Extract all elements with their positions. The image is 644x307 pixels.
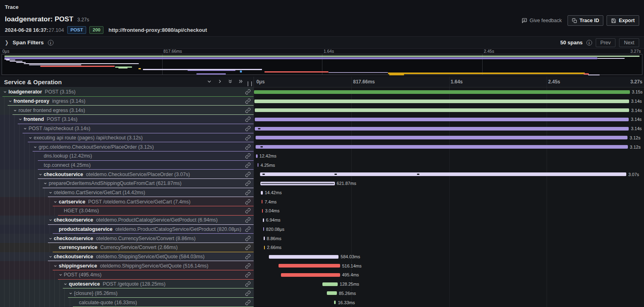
span-timeline-cell[interactable]: 584.03ms <box>254 252 644 261</box>
chevron-down-icon[interactable] <box>3 90 7 94</box>
trace-minimap[interactable]: 0μs817.66ms1.64s2.45s3.27s <box>0 49 644 76</box>
span-timeline-cell[interactable]: 3.07s <box>254 170 644 179</box>
chevron-down-icon[interactable] <box>19 118 22 121</box>
span-name-cell[interactable]: prepareOrderItemsAndShippingQuoteFromCar… <box>0 179 254 188</box>
span-row[interactable]: router frontend egress (3.14s)3.14s <box>0 106 644 115</box>
span-row[interactable]: frontend-proxyingress (3.14s)3.14s <box>0 97 644 106</box>
chevron-down-icon[interactable] <box>49 255 52 259</box>
span-name-cell[interactable]: frontend-proxyingress (3.14s) <box>0 97 254 106</box>
span-name-cell[interactable]: checkoutserviceoteldemo.ShippingService/… <box>0 252 254 261</box>
chevron-down-icon[interactable] <box>13 108 17 112</box>
span-name-cell[interactable]: productcatalogserviceoteldemo.ProductCat… <box>0 225 254 234</box>
span-name-cell[interactable]: executing api route (pages) /api/checkou… <box>0 133 254 143</box>
span-timeline-cell[interactable]: 7.4ms <box>254 197 644 206</box>
chevron-right-icon[interactable]: ❯ <box>5 39 8 46</box>
span-name-cell[interactable]: tcp.connect (4.25ms) <box>0 161 254 170</box>
span-name-cell[interactable]: POST (495.4ms) <box>0 270 254 280</box>
span-duration-bar[interactable] <box>264 246 265 249</box>
span-timeline-cell[interactable]: 4.25ms <box>254 161 644 170</box>
span-row[interactable]: calculate-quote (16.33ms)16.33ms <box>0 298 644 307</box>
column-resize-handle[interactable] <box>248 81 252 86</box>
chevron-down-icon[interactable] <box>69 291 72 295</box>
chevron-down-icon[interactable] <box>33 145 37 149</box>
span-link-icon[interactable] <box>245 89 251 95</box>
info-icon[interactable]: i <box>48 40 54 46</box>
span-link-icon[interactable] <box>245 208 251 214</box>
span-timeline-cell[interactable]: 12.42ms <box>254 151 644 161</box>
chevron-down-icon[interactable] <box>64 282 67 286</box>
span-duration-bar[interactable] <box>255 127 629 131</box>
chevron-down-icon[interactable] <box>59 273 62 277</box>
span-name-cell[interactable]: frontendPOST (3.14s) <box>0 115 254 124</box>
span-link-icon[interactable] <box>245 135 251 141</box>
span-link-icon[interactable] <box>245 272 251 278</box>
span-duration-bar[interactable] <box>255 118 629 121</box>
give-feedback-button[interactable]: Give feedback <box>519 16 564 25</box>
span-name-cell[interactable]: checkoutserviceoteldemo.ProductCatalogSe… <box>0 216 254 225</box>
span-name-cell[interactable]: HGET (3.04ms) <box>0 206 254 216</box>
span-timeline-cell[interactable]: 820.08μs <box>254 225 644 234</box>
span-duration-bar[interactable] <box>261 191 262 195</box>
span-timeline-cell[interactable]: 128.25ms <box>254 280 644 289</box>
span-timeline-cell[interactable]: 3.14s <box>254 97 644 106</box>
chevron-down-icon[interactable] <box>39 172 42 176</box>
span-name-cell[interactable]: checkoutserviceoteldemo.CurrencyService/… <box>0 234 254 243</box>
span-duration-bar[interactable] <box>260 172 626 176</box>
chevron-down-icon[interactable] <box>43 182 47 185</box>
collapse-all-icon[interactable] <box>228 79 233 84</box>
span-row[interactable]: HGET (3.04ms)3.04ms <box>0 206 644 216</box>
chevron-down-icon[interactable] <box>23 127 27 131</box>
span-link-icon[interactable] <box>245 162 251 168</box>
span-duration-bar[interactable] <box>263 227 264 231</box>
span-link-icon[interactable] <box>245 144 251 150</box>
span-link-icon[interactable] <box>245 281 251 287</box>
span-row[interactable]: currencyserviceCurrencyService/Convert (… <box>0 243 644 252</box>
chevron-down-icon[interactable] <box>8 100 12 103</box>
span-name-cell[interactable]: grpc.oteldemo.CheckoutService/PlaceOrder… <box>0 142 254 151</box>
span-timeline-cell[interactable]: 3.12s <box>254 133 644 143</box>
span-row[interactable]: quoteservicePOST /getquote (128.25ms)128… <box>0 280 644 289</box>
span-name-cell[interactable]: oteldemo.CartService/GetCart (14.42ms) <box>0 188 254 197</box>
span-timeline-cell[interactable]: 2.66ms <box>254 243 644 252</box>
span-name-cell[interactable]: {closure} (85.26ms) <box>0 288 254 298</box>
span-name-cell[interactable]: router frontend egress (3.14s) <box>0 106 254 115</box>
trace-id-button[interactable]: Trace ID <box>568 15 604 26</box>
span-row[interactable]: grpc.oteldemo.CheckoutService/PlaceOrder… <box>0 142 644 151</box>
span-duration-bar[interactable] <box>327 291 337 295</box>
span-duration-bar[interactable] <box>279 264 340 268</box>
span-name-cell[interactable]: checkoutserviceoteldemo.CheckoutService/… <box>0 170 254 179</box>
span-link-icon[interactable] <box>245 290 251 296</box>
span-duration-bar[interactable] <box>255 108 629 112</box>
span-row[interactable]: oteldemo.CartService/GetCart (14.42ms)14… <box>0 188 644 197</box>
span-timeline-cell[interactable]: 3.04ms <box>254 206 644 216</box>
span-row[interactable]: POST /api/checkout (3.14s)3.14s <box>0 124 644 133</box>
span-duration-bar[interactable] <box>281 273 340 277</box>
next-span-button[interactable]: Next <box>619 38 639 47</box>
span-link-icon[interactable] <box>245 300 251 305</box>
span-link-icon[interactable] <box>245 108 251 113</box>
span-link-icon[interactable] <box>245 153 251 159</box>
span-duration-bar[interactable] <box>264 236 265 240</box>
span-link-icon[interactable] <box>245 172 251 177</box>
span-name-cell[interactable]: shippingserviceoteldemo.ShippingService/… <box>0 261 254 270</box>
span-duration-bar[interactable] <box>334 301 336 304</box>
chevron-down-icon[interactable] <box>29 136 32 139</box>
span-row[interactable]: checkoutserviceoteldemo.ProductCatalogSe… <box>0 216 644 225</box>
collapse-one-icon[interactable] <box>207 79 212 84</box>
span-link-icon[interactable] <box>245 263 251 269</box>
expand-all-icon[interactable] <box>238 79 243 84</box>
span-duration-bar[interactable] <box>262 200 263 203</box>
span-link-icon[interactable] <box>245 126 251 131</box>
span-row[interactable]: checkoutserviceoteldemo.CurrencyService/… <box>0 234 644 243</box>
span-row[interactable]: tcp.connect (4.25ms)4.25ms <box>0 161 644 170</box>
span-name-cell[interactable]: cartservicePOST /oteldemo.CartService/Ge… <box>0 197 254 206</box>
prev-span-button[interactable]: Prev <box>596 38 616 47</box>
span-count-info-icon[interactable]: i <box>586 40 592 46</box>
span-timeline-cell[interactable]: 6.94ms <box>254 216 644 225</box>
span-row[interactable]: cartservicePOST /oteldemo.CartService/Ge… <box>0 197 644 206</box>
span-duration-bar[interactable] <box>269 255 339 259</box>
span-filters-label[interactable]: Span Filters <box>12 39 43 46</box>
chevron-down-icon[interactable] <box>49 218 52 222</box>
span-duration-bar[interactable] <box>262 209 263 213</box>
span-duration-bar[interactable] <box>322 282 338 286</box>
